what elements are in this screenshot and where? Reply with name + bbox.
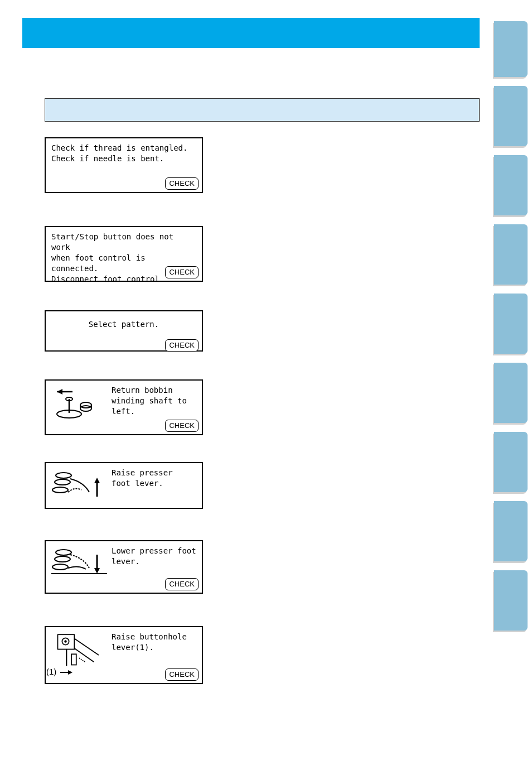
svg-point-9: [56, 473, 71, 478]
svg-marker-13: [94, 478, 100, 483]
message-line: winding shaft to: [112, 396, 196, 406]
message-line: lever.: [112, 556, 196, 567]
svg-line-27: [79, 658, 85, 662]
message-line: Return bobbin: [112, 385, 196, 396]
message-panel-bobbin: Return bobbin winding shaft to left. CHE…: [45, 379, 203, 435]
svg-point-14: [56, 550, 71, 555]
check-button[interactable]: CHECK: [165, 339, 199, 352]
side-tab[interactable]: [494, 21, 528, 77]
svg-marker-29: [68, 670, 72, 675]
svg-rect-26: [71, 654, 76, 665]
check-button[interactable]: CHECK: [165, 266, 199, 278]
message-panel-select-pattern: Select pattern. CHECK: [45, 310, 203, 352]
side-tab[interactable]: [494, 294, 528, 354]
svg-marker-19: [94, 568, 100, 574]
side-tab[interactable]: [494, 570, 528, 631]
side-tab[interactable]: [494, 224, 528, 285]
presser-foot-lower-illustration: [51, 546, 107, 585]
svg-point-16: [52, 564, 68, 570]
check-button[interactable]: CHECK: [165, 668, 199, 681]
svg-line-23: [74, 638, 99, 655]
message-line: Check if thread is entangled.: [51, 143, 196, 153]
message-line: foot lever.: [112, 478, 196, 489]
side-tab[interactable]: [494, 155, 528, 215]
check-button[interactable]: CHECK: [165, 420, 199, 432]
presser-foot-raise-illustration: [51, 468, 107, 507]
message-panel-thread-needle: Check if thread is entangled. Check if n…: [45, 137, 203, 193]
buttonhole-lever-illustration: [51, 632, 107, 671]
message-panel-lower-presser: Lower presser foot lever. CHECK: [45, 540, 203, 594]
side-tabs: [494, 21, 528, 639]
check-button[interactable]: CHECK: [165, 578, 199, 590]
message-line: Raise buttonhole: [112, 632, 196, 642]
callout-label: (1): [46, 667, 74, 676]
message-line: lever(1).: [112, 642, 196, 653]
message-panel-raise-presser: Raise presser foot lever.: [45, 462, 203, 509]
sub-header-bar: [45, 98, 480, 122]
svg-marker-1: [57, 389, 62, 395]
svg-point-10: [55, 479, 70, 485]
svg-point-11: [52, 487, 68, 493]
side-tab[interactable]: [494, 86, 528, 146]
svg-point-22: [64, 640, 66, 642]
message-line: Lower presser foot: [112, 546, 196, 556]
svg-point-15: [55, 556, 70, 562]
side-tab[interactable]: [494, 501, 528, 561]
message-line: Check if needle is bent.: [51, 153, 196, 164]
side-tab[interactable]: [494, 432, 528, 492]
message-line: Select pattern.: [51, 319, 196, 330]
message-line: Start/Stop button does not work: [51, 232, 196, 253]
check-button[interactable]: CHECK: [165, 177, 199, 190]
message-panel-foot-control: Start/Stop button does not work when foo…: [45, 226, 203, 282]
message-line: left.: [112, 406, 196, 417]
message-line: Raise presser: [112, 468, 196, 478]
side-tab[interactable]: [494, 363, 528, 423]
header-bar: [22, 18, 480, 48]
bobbin-illustration: [51, 385, 107, 424]
